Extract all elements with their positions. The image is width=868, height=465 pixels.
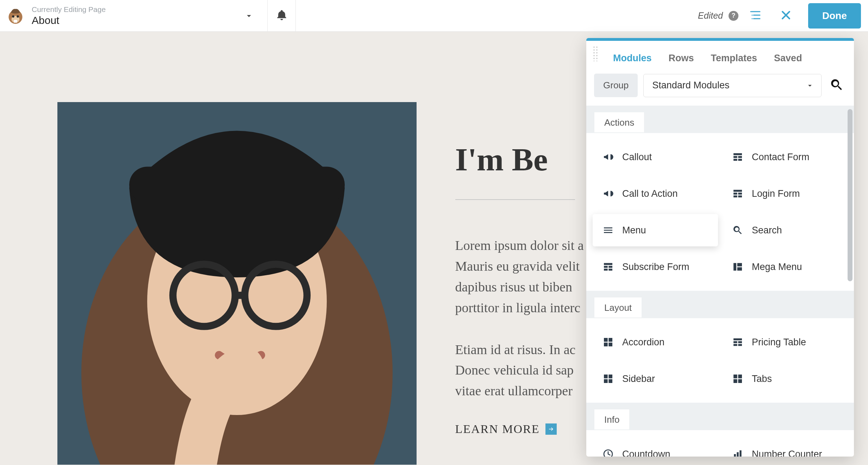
section-header: Actions (586, 106, 854, 133)
title-block: Currently Editing Page About (32, 5, 237, 26)
close-panel-button[interactable] (773, 3, 799, 29)
layout-icon (602, 373, 614, 384)
module-label: Call to Action (622, 188, 678, 199)
module-item[interactable]: Countdown (593, 438, 718, 457)
learn-more-label: LEARN MORE (455, 422, 540, 436)
module-grid: AccordionPricing TableSidebarTabs (586, 318, 854, 403)
help-icon[interactable]: ? (729, 11, 738, 21)
module-group-select-value: Standard Modules (652, 80, 729, 91)
layout-icon (602, 337, 614, 348)
tab-rows[interactable]: Rows (669, 53, 694, 64)
svg-point-8 (750, 11, 751, 12)
bell-icon (276, 9, 288, 23)
module-item[interactable]: Pricing Table (722, 326, 848, 358)
beaver-builder-logo (6, 7, 25, 25)
content-panel: Modules Rows Templates Saved Group Stand… (586, 38, 854, 457)
panel-scrollbar-thumb[interactable] (848, 109, 853, 281)
close-icon (780, 9, 792, 23)
table-icon (602, 261, 614, 272)
svg-point-4 (17, 15, 19, 18)
module-item[interactable]: Login Form (722, 177, 848, 210)
module-group-select[interactable]: Standard Modules (643, 74, 822, 97)
module-item[interactable]: Call to Action (593, 177, 718, 210)
page-switcher-caret[interactable] (237, 11, 261, 21)
tab-templates[interactable]: Templates (711, 53, 757, 64)
module-label: Number Counter (752, 449, 822, 457)
bullhorn-icon (602, 188, 614, 199)
hero-portrait (57, 102, 417, 465)
table-icon (732, 337, 743, 348)
module-label: Contact Form (752, 152, 810, 163)
section-title: Info (594, 409, 630, 430)
svg-point-3 (12, 15, 14, 18)
top-bar-spacer (296, 0, 691, 31)
module-label: Accordion (622, 337, 664, 348)
outline-button[interactable] (743, 3, 769, 29)
section-header: Info (586, 403, 854, 430)
section-header: Layout (586, 291, 854, 318)
bars-icon (732, 448, 743, 457)
panel-tabs: Modules Rows Templates Saved (586, 41, 854, 74)
module-item[interactable]: Tabs (722, 363, 848, 395)
module-label: Countdown (622, 449, 670, 457)
heading-divider (455, 199, 575, 200)
module-label: Pricing Table (752, 337, 806, 348)
page-title: About (32, 14, 237, 26)
module-item[interactable]: Subscribe Form (593, 251, 718, 283)
module-item[interactable]: Number Counter (722, 438, 848, 457)
module-label: Callout (622, 152, 652, 163)
svg-point-9 (751, 14, 753, 15)
module-label: Menu (622, 225, 646, 236)
top-bar-left: Currently Editing Page About (0, 0, 268, 31)
table-icon (732, 151, 743, 163)
chevron-down-icon (806, 81, 814, 90)
panel-scrollbar[interactable] (848, 109, 853, 453)
tab-modules[interactable]: Modules (613, 53, 652, 64)
module-item[interactable]: Accordion (593, 326, 718, 358)
module-item[interactable]: Contact Form (722, 141, 848, 173)
top-bar-right: Edited ? Done (691, 0, 868, 31)
module-label: Search (752, 225, 782, 236)
panel-filter-row: Group Standard Modules (586, 74, 854, 106)
section-title: Actions (594, 112, 644, 133)
module-label: Tabs (752, 373, 772, 384)
svg-rect-16 (129, 167, 345, 203)
mega-menu-icon (732, 261, 743, 272)
svg-point-10 (751, 18, 753, 19)
clock-icon (602, 448, 614, 457)
panel-drag-handle[interactable] (593, 46, 598, 61)
module-label: Subscribe Form (622, 262, 689, 272)
module-item[interactable]: Menu (593, 214, 718, 246)
panel-pointer (809, 38, 824, 39)
module-item[interactable]: Callout (593, 141, 718, 173)
menu-icon (602, 225, 614, 236)
module-label: Login Form (752, 188, 800, 199)
panel-body: ActionsCalloutContact FormCall to Action… (586, 106, 854, 457)
notifications-button[interactable] (268, 0, 296, 31)
layout-icon (732, 373, 743, 384)
outline-icon (749, 9, 762, 23)
done-button[interactable]: Done (808, 3, 861, 29)
module-search-button[interactable] (827, 76, 846, 95)
group-filter-button[interactable]: Group (594, 74, 638, 97)
search-icon (732, 225, 743, 236)
editing-context-label: Currently Editing Page (32, 5, 237, 14)
edited-status: Edited (698, 11, 723, 21)
section-title: Layout (594, 297, 642, 318)
module-item[interactable]: Search (722, 214, 848, 246)
module-item[interactable]: Mega Menu (722, 251, 848, 283)
bullhorn-icon (602, 151, 614, 163)
module-label: Mega Menu (752, 262, 802, 272)
search-icon (829, 77, 844, 94)
module-grid: CalloutContact FormCall to ActionLogin F… (586, 133, 854, 291)
top-bar: Currently Editing Page About Edited ? Do… (0, 0, 868, 32)
svg-rect-2 (14, 20, 17, 23)
tab-saved[interactable]: Saved (774, 53, 802, 64)
hero-image-column (22, 102, 381, 465)
panel-scroll-area[interactable]: ActionsCalloutContact FormCall to Action… (586, 106, 854, 457)
module-grid: CountdownNumber Counter (586, 430, 854, 457)
learn-more-link[interactable]: LEARN MORE (455, 422, 557, 436)
module-label: Sidebar (622, 373, 655, 384)
arrow-right-icon (545, 423, 557, 435)
module-item[interactable]: Sidebar (593, 363, 718, 395)
